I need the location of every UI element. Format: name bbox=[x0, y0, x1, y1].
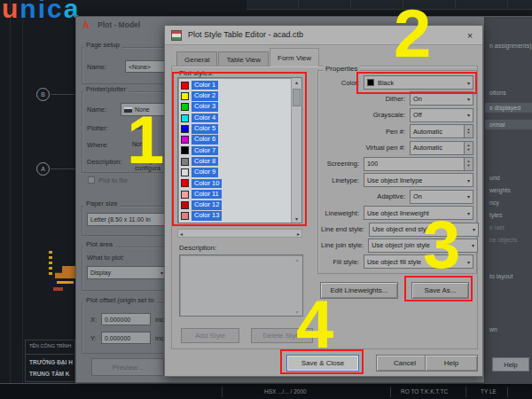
right-panel-text-fragment: n assignments) bbox=[489, 43, 531, 49]
property-control-line-end-style[interactable]: Use object end style▾ bbox=[369, 223, 479, 237]
property-control-pen[interactable]: Automatic▴▾ bbox=[410, 124, 473, 138]
offset-x-input[interactable]: 0.000000 bbox=[101, 313, 151, 325]
property-control-fill-style[interactable]: Use object fill style▾ bbox=[364, 254, 473, 269]
grid-line bbox=[51, 94, 78, 95]
property-value: On bbox=[413, 192, 422, 200]
plot-style-item[interactable]: Color 5 bbox=[181, 123, 301, 134]
plot-style-item-label: Color 9 bbox=[192, 168, 218, 177]
plot-style-item[interactable]: Color 13 bbox=[181, 211, 301, 222]
vertical-scrollbar[interactable]: ▴▾ bbox=[291, 78, 301, 223]
scroll-down-icon[interactable]: ▾ bbox=[295, 215, 298, 222]
paper-size-group-label: Paper size bbox=[83, 200, 120, 207]
dropdown-arrow-icon: ▾ bbox=[473, 226, 478, 232]
status-divider bbox=[222, 387, 223, 397]
help-button[interactable]: Help bbox=[425, 355, 478, 372]
color-swatch bbox=[181, 146, 189, 154]
offset-y-input[interactable]: 0.000000 bbox=[101, 332, 151, 344]
spinner-arrows-icon[interactable]: ▴▾ bbox=[464, 158, 473, 170]
property-value: Use object end style bbox=[372, 225, 432, 233]
color-swatch bbox=[181, 179, 189, 187]
property-control-virtual-pen[interactable]: Automatic▴▾ bbox=[410, 141, 473, 155]
plot-style-item[interactable]: Color 10 bbox=[181, 178, 301, 189]
plot-style-item[interactable]: Color 2 bbox=[181, 90, 301, 101]
drawing-detail bbox=[49, 251, 52, 276]
scroll-up-icon[interactable]: ▴ bbox=[295, 79, 298, 85]
plot-style-item-label: Color 7 bbox=[192, 146, 218, 156]
plot-style-item[interactable]: Color 6 bbox=[181, 134, 301, 145]
plotter-value: Non bbox=[132, 124, 144, 130]
property-control-color[interactable]: Black▾ bbox=[364, 75, 473, 90]
preview-button[interactable]: Preview... bbox=[91, 358, 164, 376]
where-value: Not ap bbox=[132, 141, 151, 147]
scroll-left-icon[interactable]: ◂ bbox=[180, 231, 183, 237]
scroll-down-icon[interactable]: ▾ bbox=[295, 309, 298, 315]
property-control-lineweight[interactable]: Use object lineweight▾ bbox=[364, 206, 473, 220]
plot-style-item[interactable]: Color 7 bbox=[181, 145, 301, 156]
plot-style-item-label: Color 13 bbox=[192, 211, 222, 221]
scroll-right-icon[interactable]: ▸ bbox=[297, 231, 300, 237]
spinner-arrows-icon[interactable]: ▴▾ bbox=[464, 142, 473, 154]
property-control-linetype[interactable]: Use object linetype▾ bbox=[364, 173, 473, 187]
plot-to-file-checkbox[interactable] bbox=[88, 176, 95, 184]
properties-form: Color:Black▾Dither:On▾Grayscale:Off▾Pen … bbox=[321, 75, 473, 271]
dropdown-arrow-icon: ▾ bbox=[467, 210, 473, 216]
right-panel-text-fragment: tyles bbox=[489, 212, 502, 218]
what-to-plot-dropdown[interactable]: Display▾ bbox=[87, 266, 167, 279]
plot-style-item-label: Color 12 bbox=[192, 200, 222, 210]
property-control-line-join-style[interactable]: Use object join style▾ bbox=[368, 239, 478, 253]
close-icon[interactable]: × bbox=[461, 28, 479, 43]
property-label-linetype: Linetype: bbox=[321, 176, 359, 184]
plot-style-item[interactable]: Color 8 bbox=[181, 156, 301, 167]
delete-style-button[interactable]: Delete Style bbox=[251, 328, 313, 343]
plot-to-file-label: Plot to file bbox=[98, 176, 128, 184]
title-block-divider bbox=[25, 354, 75, 355]
paper-size-dropdown[interactable]: Letter (8.50 x 11.00 In bbox=[87, 213, 166, 226]
plot-style-item-label: Color 4 bbox=[192, 113, 218, 123]
what-to-plot-value: Display bbox=[90, 270, 111, 276]
plot-style-item-label: Color 10 bbox=[192, 179, 222, 189]
description-textarea[interactable]: ▴▾ bbox=[179, 254, 303, 317]
description-label: Description: bbox=[179, 244, 216, 252]
status-text-fragment: RO TO T.K.K.T.TC bbox=[401, 388, 448, 395]
logo-letters: nic bbox=[20, 0, 63, 23]
printer-name-label: Name: bbox=[87, 106, 106, 113]
dropdown-arrow-icon: ▾ bbox=[467, 193, 473, 200]
edit-lineweights-button[interactable]: Edit Lineweights... bbox=[320, 282, 398, 299]
plot-style-item-label: Color 1 bbox=[192, 81, 218, 90]
property-control-dither[interactable]: On▾ bbox=[410, 91, 473, 106]
tab-general[interactable]: General bbox=[176, 51, 217, 66]
plot-style-item[interactable]: Color 4 bbox=[181, 113, 301, 123]
horizontal-scrollbar[interactable]: ◂▸ bbox=[177, 229, 302, 238]
description-scrollbar[interactable]: ▴▾ bbox=[293, 256, 301, 315]
description-value: The lay bbox=[132, 158, 153, 164]
toolbar-fragment bbox=[246, 0, 532, 10]
status-divider bbox=[390, 387, 391, 397]
title-block-text: TRUNG TÂM K bbox=[29, 371, 70, 377]
scroll-up-icon[interactable]: ▴ bbox=[295, 256, 298, 262]
spinner-arrows-icon[interactable]: ▴▾ bbox=[464, 125, 473, 137]
color-swatch bbox=[181, 191, 189, 199]
property-control-grayscale[interactable]: Off▾ bbox=[410, 108, 473, 122]
property-control-screening[interactable]: 100▴▾ bbox=[364, 157, 473, 171]
plot-styles-listbox[interactable]: Color 1Color 2Color 3Color 4Color 5Color… bbox=[177, 77, 302, 223]
property-value: Use object lineweight bbox=[367, 209, 429, 217]
save-and-close-button[interactable]: Save & Close bbox=[286, 355, 359, 372]
plot-style-item[interactable]: Color 3 bbox=[181, 102, 301, 113]
property-label-color: Color: bbox=[321, 79, 359, 87]
scrollbar-thumb[interactable] bbox=[293, 89, 301, 106]
plot-dialog-help-button[interactable]: Help bbox=[492, 357, 529, 372]
plot-style-item[interactable]: Color 1 bbox=[181, 80, 301, 90]
color-swatch bbox=[181, 114, 189, 122]
plot-style-item[interactable]: Color 9 bbox=[181, 167, 301, 177]
plot-style-item-label: Color 2 bbox=[192, 91, 218, 101]
tab-form-view[interactable]: Form View bbox=[270, 48, 319, 66]
add-style-button[interactable]: Add Style bbox=[181, 328, 239, 343]
plotter-label: Plotter: bbox=[87, 124, 108, 132]
plot-style-item[interactable]: Color 12 bbox=[181, 200, 301, 210]
save-as-button[interactable]: Save As... bbox=[411, 282, 469, 299]
tab-table-view[interactable]: Table View bbox=[218, 51, 269, 66]
plot-style-item[interactable]: Color 11 bbox=[181, 189, 301, 200]
editor-dialog-title: Plot Style Table Editor - acad.ctb bbox=[188, 30, 303, 39]
drawing-detail bbox=[53, 287, 63, 291]
property-control-adaptive[interactable]: On▾ bbox=[410, 190, 473, 204]
